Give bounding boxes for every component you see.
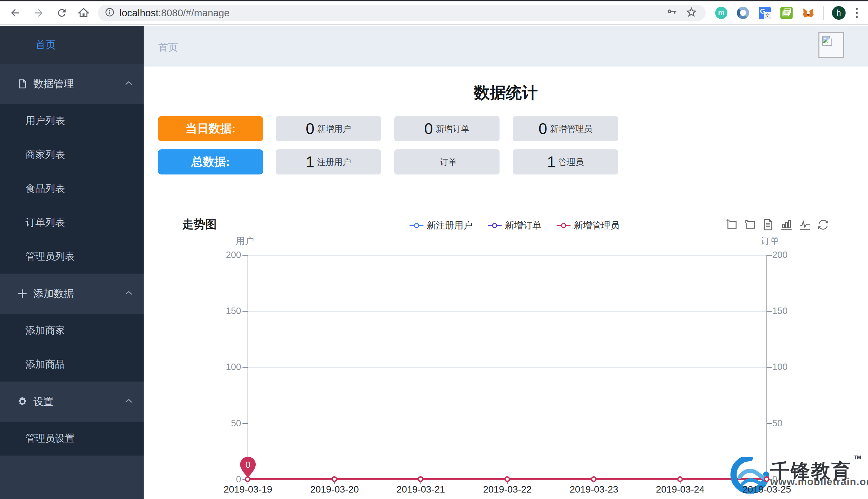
y-tick-label: 150 xyxy=(200,306,241,316)
y-axis-line-right xyxy=(767,255,767,480)
legend-item-new-orders[interactable]: 新增订单 xyxy=(484,219,542,232)
extension-m-icon[interactable]: m xyxy=(715,7,727,19)
total-data-button[interactable]: 总数据: xyxy=(158,149,263,174)
sidebar-item-label: 订单列表 xyxy=(25,216,65,230)
legend-item-new-admins[interactable]: 新增管理员 xyxy=(553,219,620,232)
plus-icon xyxy=(16,288,28,300)
data-point xyxy=(418,476,423,482)
stat-value: 0 xyxy=(306,116,314,141)
broken-image-icon xyxy=(821,35,833,48)
x-tick-label: 2019-03-20 xyxy=(297,484,372,495)
x-tick-label: 2019-03-23 xyxy=(557,484,631,495)
stat-label: 新增管理员 xyxy=(550,123,592,134)
refresh-icon[interactable] xyxy=(817,219,829,231)
x-tick-label: 2019-03-25 xyxy=(730,484,804,495)
page-title: 数据统计 xyxy=(144,82,868,104)
sidebar-item-admin-settings[interactable]: 管理员设置 xyxy=(0,422,144,455)
chevron-up-icon xyxy=(125,399,132,405)
address-bar[interactable]: localhost:8080/#/manage xyxy=(98,5,706,21)
home-icon[interactable] xyxy=(77,6,91,20)
y-tick-label: 200 xyxy=(772,250,787,260)
browser-toolbar: localhost:8080/#/manage m G文 h xyxy=(0,1,868,25)
sidebar-item-add-merchant[interactable]: 添加商家 xyxy=(0,314,144,348)
axis-tick xyxy=(767,423,772,424)
password-key-icon[interactable] xyxy=(666,7,677,19)
sidebar-group-label: 设置 xyxy=(33,395,54,409)
sidebar-item-user-list[interactable]: 用户列表 xyxy=(0,104,144,138)
chevron-up-icon xyxy=(125,291,132,297)
switch-line-icon[interactable] xyxy=(799,219,811,231)
legend-item-new-registered-users[interactable]: 新注册用户 xyxy=(406,219,473,232)
gridline xyxy=(248,367,767,368)
area-zoom-icon[interactable] xyxy=(725,219,738,231)
gridline xyxy=(248,255,767,256)
sidebar-item-admin-list[interactable]: 管理员列表 xyxy=(0,240,144,273)
forward-icon[interactable] xyxy=(32,6,46,20)
document-icon xyxy=(16,78,28,90)
sidebar-group-settings[interactable]: 设置 xyxy=(0,381,144,422)
sidebar-group-data-manage[interactable]: 数据管理 xyxy=(0,64,144,104)
sidebar-group-label: 添加数据 xyxy=(33,287,74,301)
page-info-icon[interactable] xyxy=(105,7,115,19)
stat-card-admins: 1 管理员 xyxy=(513,149,618,174)
sidebar-item-label: 添加商品 xyxy=(25,358,65,372)
today-data-button[interactable]: 当日数据: xyxy=(158,116,263,141)
axis-tick xyxy=(767,311,772,312)
stat-value: 1 xyxy=(547,149,556,174)
stat-card-new-orders: 0 新增订单 xyxy=(394,116,499,141)
y-tick-label: 200 xyxy=(200,250,241,260)
axis-tick xyxy=(767,255,772,256)
extension-translate-icon[interactable]: G文 xyxy=(759,7,771,19)
sidebar-item-label: 管理员列表 xyxy=(25,250,75,264)
extension-ring-icon[interactable] xyxy=(737,7,749,19)
bookmark-star-icon[interactable] xyxy=(686,7,697,19)
stat-label: 管理员 xyxy=(558,157,584,168)
y-axis-name-right: 订单 xyxy=(761,235,779,247)
switch-bar-icon[interactable] xyxy=(780,219,793,231)
sidebar-item-label: 添加商家 xyxy=(25,324,65,338)
legend-marker-blue xyxy=(410,223,423,228)
sidebar-item-merchant-list[interactable]: 商家列表 xyxy=(0,138,144,172)
sidebar-item-food-list[interactable]: 食品列表 xyxy=(0,172,144,206)
data-view-icon[interactable] xyxy=(762,219,774,231)
legend-label: 新增管理员 xyxy=(574,219,620,232)
breadcrumb[interactable]: 首页 xyxy=(158,41,178,54)
stat-label: 新增用户 xyxy=(317,123,351,134)
chart-legend: 新注册用户 新增订单 新增管理员 xyxy=(397,219,628,232)
grid-icon xyxy=(16,39,28,51)
sidebar-item-label: 用户列表 xyxy=(25,114,65,127)
chart-toolbox xyxy=(725,219,829,231)
gridline xyxy=(248,311,767,312)
reload-icon[interactable] xyxy=(55,6,69,20)
stat-label: 新增订单 xyxy=(436,123,470,134)
browser-menu-icon[interactable] xyxy=(856,8,858,18)
toolbar-divider xyxy=(823,6,824,20)
stat-card-orders: 订单 xyxy=(394,149,499,174)
browser-profile-avatar[interactable]: h xyxy=(832,6,846,20)
stat-value: 0 xyxy=(539,116,547,141)
sidebar-item-order-list[interactable]: 订单列表 xyxy=(0,206,144,240)
extension-metamask-icon[interactable] xyxy=(802,7,814,19)
extension-windows-icon[interactable] xyxy=(780,7,793,19)
gridline xyxy=(248,424,767,424)
data-point xyxy=(591,476,597,482)
sidebar-item-home[interactable]: 首页 xyxy=(0,26,144,64)
legend-marker-purple xyxy=(488,223,502,228)
legend-marker-red xyxy=(557,223,570,228)
zoom-restore-icon[interactable] xyxy=(744,219,756,231)
chart-title: 走势图 xyxy=(182,217,217,232)
x-tick-label: 2019-03-24 xyxy=(643,484,718,495)
y-tick-label: 50 xyxy=(200,418,241,429)
back-icon[interactable] xyxy=(8,6,22,20)
stat-label: 注册用户 xyxy=(317,157,351,168)
sidebar-group-add-data[interactable]: 添加数据 xyxy=(0,273,144,314)
screen: localhost:8080/#/manage m G文 h 首页 xyxy=(0,0,868,499)
chevron-up-icon xyxy=(125,81,132,87)
axis-tick xyxy=(242,423,248,424)
data-point xyxy=(677,476,683,482)
sidebar-item-add-product[interactable]: 添加商品 xyxy=(0,348,144,381)
stat-value: 0 xyxy=(424,116,433,141)
legend-label: 新增订单 xyxy=(505,219,542,232)
watermark-tm: TM xyxy=(854,454,861,460)
axis-tick xyxy=(242,367,248,368)
